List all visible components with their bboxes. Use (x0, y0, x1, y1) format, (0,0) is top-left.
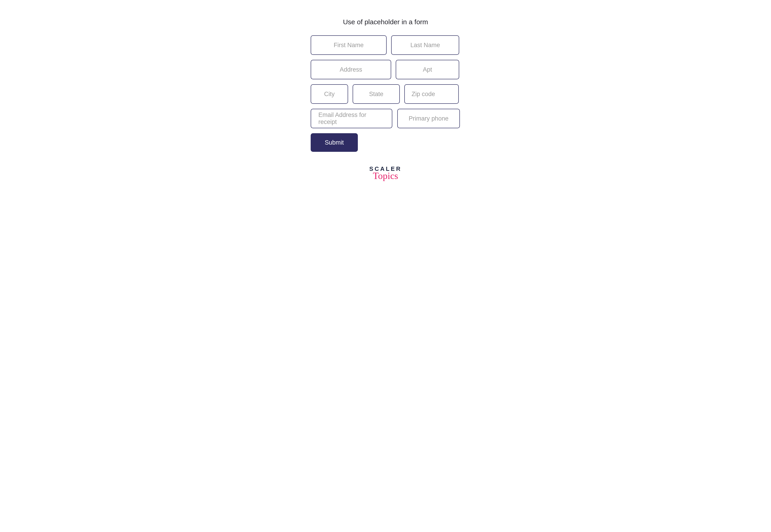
address-field[interactable]: Address (311, 60, 391, 79)
state-field[interactable]: State (353, 84, 400, 104)
zip-field[interactable]: Zip code (404, 84, 459, 104)
email-field[interactable]: Email Address for receipt (311, 109, 392, 128)
apt-field[interactable]: Apt (396, 60, 459, 79)
phone-field[interactable]: Primary phone (397, 109, 460, 128)
last-name-field[interactable]: Last Name (391, 35, 459, 55)
city-field[interactable]: City (311, 84, 348, 104)
placeholder-form: First Name Last Name Address Apt City St… (311, 35, 460, 152)
logo-text-topics: Topics (373, 172, 398, 180)
form-title: Use of placeholder in a form (343, 18, 428, 26)
submit-button[interactable]: Submit (311, 133, 358, 152)
scaler-topics-logo: SCALER Topics (369, 166, 402, 180)
first-name-field[interactable]: First Name (311, 35, 387, 55)
